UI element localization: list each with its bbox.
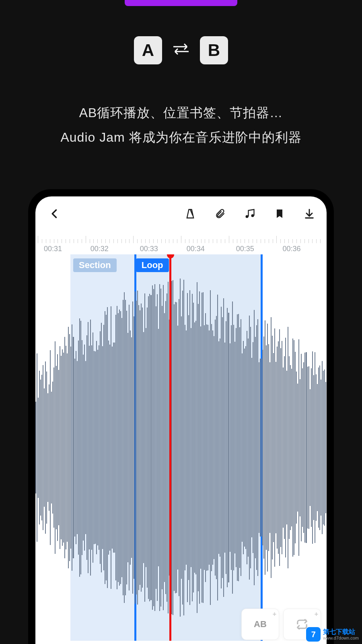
timeline-ruler[interactable] [35,231,327,243]
ab-loop-card[interactable]: AB + [241,609,279,640]
watermark-badge: 7 [306,627,321,642]
watermark-url: www.d7down.com [323,636,359,640]
time-labels: 00:3100:3200:3300:3400:3500:36 [35,243,327,254]
bookmark-icon[interactable] [274,208,286,220]
loop-tag[interactable]: Loop [136,258,169,272]
plus-icon: + [273,611,276,618]
promo-headline: AB循环播放、位置书签、节拍器… Audio Jam 将成为你在音乐进阶中的利器 [0,101,362,150]
section-tag[interactable]: Section [73,258,116,272]
back-button[interactable] [49,208,61,220]
time-label: 00:34 [187,245,205,253]
ab-card-label: AB [254,619,267,630]
download-icon[interactable] [303,208,315,220]
ab-swap-graphic: A B [0,36,362,64]
plus-icon: + [315,611,318,618]
time-label: 00:31 [44,245,62,253]
waveform-area[interactable]: Section Loop AB + + [35,254,327,641]
music-icon[interactable] [244,208,256,220]
attachment-icon[interactable] [214,208,226,220]
swap-arrows-icon [172,42,190,59]
watermark-title: 第七下载站 [323,628,359,636]
phone-frame: 00:3100:3200:3300:3400:3500:36 Section L… [28,189,334,644]
tile-a: A [134,36,162,64]
time-label: 00:32 [90,245,109,253]
promo-top-bar [125,0,237,6]
time-label: 00:36 [283,245,301,253]
playhead[interactable] [169,254,171,641]
app-screen: 00:3100:3200:3300:3400:3500:36 Section L… [35,196,327,644]
headline-line-1: AB循环播放、位置书签、节拍器… [0,101,362,125]
time-label: 00:33 [140,245,158,253]
waveform[interactable] [35,254,327,641]
time-label: 00:35 [236,245,254,253]
tile-b: B [200,36,228,64]
app-toolbar [35,196,327,231]
headline-line-2: Audio Jam 将成为你在音乐进阶中的利器 [0,125,362,150]
site-watermark: 7 第七下载站 www.d7down.com [306,627,359,642]
metronome-icon[interactable] [184,208,196,220]
